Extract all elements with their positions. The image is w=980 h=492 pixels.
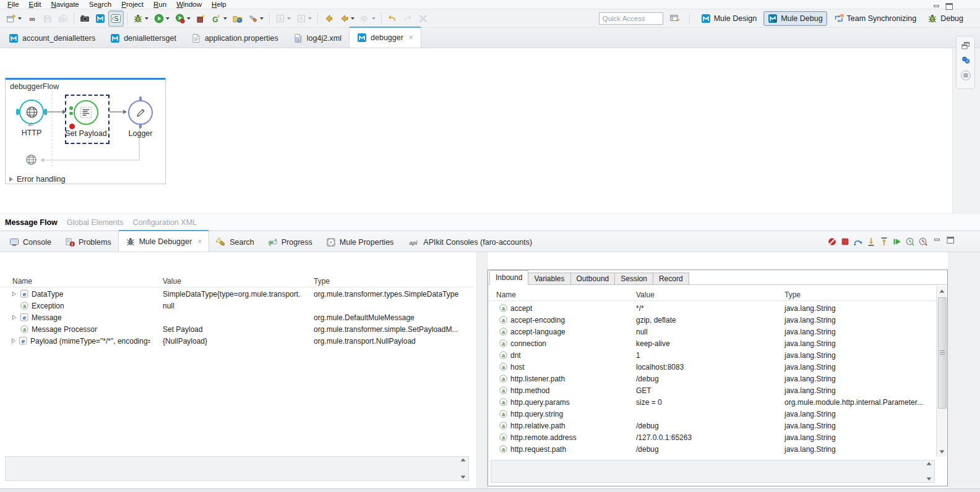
expression-evaluate-box[interactable]	[5, 456, 469, 481]
scrollbar-thumb[interactable]	[938, 297, 947, 409]
new-wizard-button[interactable]	[4, 11, 24, 27]
menu-project[interactable]: Project	[116, 0, 148, 9]
view-tab-mule-debugger[interactable]: Mule Debugger×	[118, 230, 209, 252]
menu-help[interactable]: Help	[207, 0, 231, 9]
table-row[interactable]: aaccept-encodinggzip, deflatejava.lang.S…	[489, 314, 937, 326]
editor-tab-log4j2-xml[interactable]: xlog4j2.xml	[286, 29, 349, 48]
view-tab-console[interactable]: Console	[2, 233, 58, 252]
column-header-name[interactable]: Name	[489, 291, 629, 299]
redo-button[interactable]	[400, 11, 415, 27]
flow-canvas[interactable]: debuggerFlow HTTPSet PayloadLogger Error…	[0, 48, 980, 213]
mute-breakpoints-button[interactable]	[827, 237, 837, 247]
table-row[interactable]: eDataTypeSimpleDataType{type=org.mule.tr…	[0, 288, 474, 300]
error-handling-section[interactable]: Error handling	[9, 175, 66, 184]
step-into-button[interactable]	[866, 237, 876, 247]
save-all-button[interactable]	[56, 11, 71, 27]
table-row[interactable]: ahostlocalhost:8083java.lang.String	[489, 361, 937, 373]
scope-tab-record[interactable]: Record	[653, 273, 689, 285]
table-row[interactable]: ePayload (mimeType="*/*", encoding='{Nul…	[0, 335, 474, 347]
mule-deploy-button[interactable]	[93, 11, 108, 27]
scroll-up-icon[interactable]	[926, 462, 932, 465]
dropdown-caret-icon[interactable]	[287, 17, 291, 20]
column-header-name[interactable]: Name	[0, 277, 150, 286]
table-row[interactable]: adnt1java.lang.String	[489, 349, 937, 361]
dropdown-caret-icon[interactable]	[18, 17, 22, 20]
dropdown-caret-icon[interactable]	[260, 17, 264, 20]
scroll-up-icon[interactable]	[460, 458, 466, 462]
dropdown-caret-icon[interactable]	[166, 17, 170, 20]
munit-recorder-button[interactable]: ∞	[25, 11, 40, 27]
editor-tab-deniallettersget[interactable]: deniallettersget	[103, 29, 184, 48]
scroll-up-icon[interactable]	[937, 287, 946, 295]
close-tab-icon[interactable]: ×	[409, 34, 413, 41]
column-header-value[interactable]: Value	[629, 291, 777, 299]
undo-button[interactable]	[385, 11, 400, 27]
resume-button[interactable]	[892, 237, 902, 247]
breakpoint-dot[interactable]	[69, 124, 75, 129]
editor-tab-debugger[interactable]: debugger×	[349, 27, 421, 48]
dropdown-caret-icon[interactable]	[308, 17, 312, 20]
scroll-down-icon[interactable]	[937, 447, 946, 456]
table-row[interactable]: aaccept-languagenulljava.lang.String	[489, 326, 937, 337]
connectors-palette-icon[interactable]	[961, 55, 971, 65]
debug-config-button[interactable]	[131, 11, 151, 27]
table-row[interactable]: aconnectionkeep-alivejava.lang.String	[489, 337, 937, 349]
minimize-editor-button[interactable]	[932, 2, 942, 11]
menu-navigate[interactable]: Navigate	[46, 0, 84, 9]
clear-button[interactable]	[416, 11, 431, 27]
maximize-editor-button[interactable]	[945, 2, 954, 11]
dropdown-caret-icon[interactable]	[145, 17, 148, 20]
coverage-button[interactable]	[194, 11, 208, 27]
editor-mode-tab-message-flow[interactable]: Message Flow	[5, 218, 58, 227]
last-edit-location-button[interactable]	[321, 11, 336, 27]
run-last-button[interactable]	[294, 11, 314, 27]
perspective-mule-debug[interactable]: Mule Debug	[763, 11, 827, 26]
format-wand-button[interactable]	[246, 11, 266, 27]
perspective-debug[interactable]: Debug	[923, 11, 968, 26]
view-tab-progress[interactable]: Progress	[261, 233, 319, 252]
new-global-button[interactable]: G	[209, 11, 230, 27]
dropdown-caret-icon[interactable]	[372, 17, 376, 20]
table-row[interactable]: ahttp.remote.address/127.0.0.1:65263java…	[489, 431, 937, 443]
menu-window[interactable]: Window	[171, 0, 207, 9]
perspective-mule-design[interactable]: Mule Design	[697, 11, 761, 26]
scope-tab-session[interactable]: Session	[615, 273, 653, 285]
datasense-button[interactable]: S	[108, 11, 124, 27]
editor-mode-tab-configuration-xml[interactable]: Configuration XML	[132, 218, 197, 227]
evaluate-box-scroll[interactable]	[924, 462, 933, 481]
table-row[interactable]: aMessage ProcessorSet Payloadorg.mule.tr…	[0, 323, 474, 335]
table-row[interactable]: ahttp.query.stringjava.lang.String	[489, 408, 937, 420]
external-tools-button[interactable]	[273, 11, 293, 27]
step-return-button[interactable]	[879, 237, 889, 247]
scope-tab-inbound[interactable]: Inbound	[489, 270, 528, 285]
table-row[interactable]: ahttp.methodGETjava.lang.String	[489, 384, 937, 396]
menu-search[interactable]: Search	[84, 0, 116, 9]
forward-history-button[interactable]	[358, 11, 378, 27]
column-header-value[interactable]: Value	[150, 277, 301, 286]
expand-arrow-icon[interactable]	[11, 291, 17, 297]
view-tab-mule-properties[interactable]: Mule Properties	[319, 233, 401, 252]
view-tab-search[interactable]: Search	[209, 233, 261, 252]
terminate-button[interactable]	[840, 237, 850, 247]
dropdown-caret-icon[interactable]	[187, 17, 191, 20]
dropdown-caret-icon[interactable]	[351, 17, 355, 20]
scope-tab-variables[interactable]: Variables	[528, 273, 570, 285]
table-row[interactable]: eMessageorg.mule.DefaultMuleMessage	[0, 312, 474, 323]
run-config-button[interactable]	[152, 11, 172, 27]
dropdown-caret-icon[interactable]	[223, 17, 227, 20]
scroll-down-icon[interactable]	[460, 475, 466, 479]
table-row[interactable]: ahttp.listener.path/debugjava.lang.Strin…	[489, 373, 937, 384]
back-history-button[interactable]	[337, 11, 357, 27]
restore-palette-button[interactable]	[961, 41, 971, 50]
collapse-triangle-icon[interactable]	[9, 177, 13, 182]
menu-file[interactable]: File	[2, 0, 24, 9]
save-button[interactable]	[40, 11, 55, 27]
quick-access-input[interactable]	[599, 12, 663, 25]
step-over-button[interactable]	[853, 237, 863, 247]
expand-arrow-icon[interactable]	[11, 315, 17, 320]
column-header-type[interactable]: Type	[301, 277, 474, 286]
column-header-type[interactable]: Type	[777, 291, 937, 299]
menu-edit[interactable]: Edit	[24, 0, 46, 9]
close-tab-icon[interactable]: ×	[197, 238, 202, 245]
table-row[interactable]: ahttp.query.paramssize = 0org.mule.modul…	[489, 396, 937, 408]
